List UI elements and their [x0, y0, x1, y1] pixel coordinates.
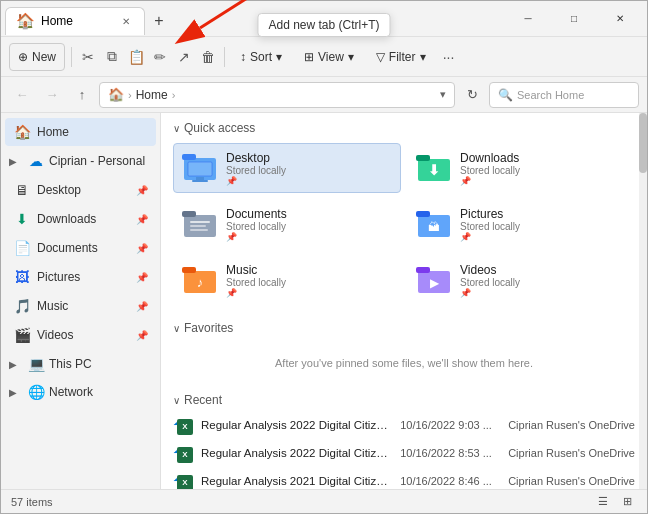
minimize-button[interactable]: ─	[505, 3, 551, 35]
add-tab-button[interactable]: +	[145, 7, 173, 35]
recent-item-0[interactable]: ☁ X Regular Analysis 2022 Digital Citize…	[161, 411, 647, 439]
title-bar: Add new tab (Ctrl+T) 🏠 Home ✕ + ─ □ ✕	[1, 1, 647, 37]
pictures-icon: 🖼	[13, 269, 31, 285]
search-placeholder: Search Home	[517, 89, 584, 101]
qa-videos-pin: 📌	[460, 288, 520, 298]
music-pin-icon: 📌	[136, 301, 148, 312]
plus-icon: +	[154, 12, 163, 30]
recent-header[interactable]: ∨ Recent	[161, 389, 647, 411]
recent-name-2: Regular Analysis 2021 Digital Citizen Li…	[201, 475, 392, 487]
home-tab[interactable]: 🏠 Home ✕	[5, 7, 145, 35]
qa-videos[interactable]: ▶ Videos Stored locally 📌	[407, 255, 635, 305]
up-button[interactable]: ↑	[69, 82, 95, 108]
sidebar-item-home[interactable]: 🏠 Home	[5, 118, 156, 146]
address-separator-2: ›	[172, 89, 176, 101]
share-button[interactable]: ↗	[174, 47, 194, 67]
sidebar-item-music[interactable]: 🎵 Music 📌	[5, 292, 156, 320]
scrollbar-track[interactable]	[639, 113, 647, 489]
new-label: New	[32, 50, 56, 64]
favorites-header[interactable]: ∨ Favorites	[161, 313, 647, 341]
scrollbar-thumb[interactable]	[639, 113, 647, 173]
list-view-button[interactable]: ☰	[593, 492, 613, 512]
qa-downloads-sub: Stored locally	[460, 165, 520, 176]
qa-downloads[interactable]: ⬇ Downloads Stored locally 📌	[407, 143, 635, 193]
sort-label: Sort	[250, 50, 272, 64]
qa-documents-name: Documents	[226, 207, 287, 221]
search-box[interactable]: 🔍 Search Home	[489, 82, 639, 108]
view-button[interactable]: ⊞ View ▾	[295, 43, 363, 71]
svg-rect-9	[416, 155, 430, 161]
qa-music-icon: ♪	[182, 262, 218, 298]
refresh-button[interactable]: ↻	[459, 82, 485, 108]
svg-text:♪: ♪	[197, 275, 204, 290]
recent-location-2: Ciprian Rusen's OneDrive	[508, 475, 635, 487]
favorites-empty-text: After you've pinned some files, we'll sh…	[173, 345, 635, 381]
window-controls: ─ □ ✕	[505, 3, 643, 35]
ciprian-cloud-icon: ☁	[27, 153, 45, 169]
recent-name-1: Regular Analysis 2022 Digital Citizen Li…	[201, 447, 392, 459]
home-tab-label: Home	[41, 14, 73, 28]
cut-button[interactable]: ✂	[78, 47, 98, 67]
sidebar-home-label: Home	[37, 125, 148, 139]
paste-button[interactable]: 📋	[126, 47, 146, 67]
more-button[interactable]: ···	[439, 47, 459, 67]
qa-downloads-pin: 📌	[460, 176, 520, 186]
qa-desktop[interactable]: Desktop Stored locally 📌	[173, 143, 401, 193]
view-chevron: ▾	[348, 50, 354, 64]
favorites-chevron: ∨	[173, 323, 180, 334]
quick-access-header[interactable]: ∨ Quick access	[161, 113, 647, 141]
svg-rect-6	[196, 177, 204, 180]
address-dropdown[interactable]: ▾	[440, 88, 446, 101]
copy-button[interactable]: ⧉	[102, 47, 122, 67]
recent-item-2[interactable]: ☁ X Regular Analysis 2021 Digital Citize…	[161, 467, 647, 489]
qa-desktop-icon	[182, 150, 218, 186]
recent-location-1: Ciprian Rusen's OneDrive	[508, 447, 635, 459]
back-button[interactable]: ←	[9, 82, 35, 108]
close-button[interactable]: ✕	[597, 3, 643, 35]
tab-close-button[interactable]: ✕	[118, 13, 134, 29]
qa-music-info: Music Stored locally 📌	[226, 263, 286, 298]
view-toggle: ☰ ⊞	[593, 492, 637, 512]
svg-rect-23	[416, 267, 430, 273]
qa-documents[interactable]: Documents Stored locally 📌	[173, 199, 401, 249]
main-area: 🏠 Home ▶ ☁ Ciprian - Personal 🖥 Desktop …	[1, 113, 647, 489]
svg-text:▶: ▶	[430, 276, 440, 290]
maximize-button[interactable]: □	[551, 3, 597, 35]
rename-button[interactable]: ✏	[150, 47, 170, 67]
address-bar[interactable]: 🏠 › Home › ▾	[99, 82, 455, 108]
sidebar-item-documents[interactable]: 📄 Documents 📌	[5, 234, 156, 262]
sidebar: 🏠 Home ▶ ☁ Ciprian - Personal 🖥 Desktop …	[1, 113, 161, 489]
qa-pictures[interactable]: 🏔 Pictures Stored locally 📌	[407, 199, 635, 249]
qa-pictures-info: Pictures Stored locally 📌	[460, 207, 520, 242]
status-bar: 57 items ☰ ⊞	[1, 489, 647, 513]
qa-music[interactable]: ♪ Music Stored locally 📌	[173, 255, 401, 305]
svg-rect-17	[416, 211, 430, 217]
sidebar-item-pictures[interactable]: 🖼 Pictures 📌	[5, 263, 156, 291]
new-button[interactable]: ⊕ New	[9, 43, 65, 71]
sidebar-group-network[interactable]: ▶ 🌐 Network	[1, 378, 160, 406]
recent-icon-1: ☁ X	[173, 443, 193, 463]
qa-videos-name: Videos	[460, 263, 520, 277]
sidebar-item-downloads[interactable]: ⬇ Downloads 📌	[5, 205, 156, 233]
sort-button[interactable]: ↕ Sort ▾	[231, 43, 291, 71]
videos-icon: 🎬	[13, 327, 31, 343]
thispc-arrow-icon: ▶	[9, 359, 23, 370]
recent-chevron: ∨	[173, 395, 180, 406]
documents-icon: 📄	[13, 240, 31, 256]
address-home-icon: 🏠	[108, 87, 124, 102]
ciprian-arrow-icon: ▶	[9, 156, 23, 167]
svg-rect-4	[188, 162, 212, 176]
qa-pictures-name: Pictures	[460, 207, 520, 221]
sidebar-item-desktop[interactable]: 🖥 Desktop 📌	[5, 176, 156, 204]
forward-button[interactable]: →	[39, 82, 65, 108]
sidebar-group-thispc[interactable]: ▶ 💻 This PC	[1, 350, 160, 378]
grid-view-button[interactable]: ⊞	[617, 492, 637, 512]
filter-button[interactable]: ▽ Filter ▾	[367, 43, 435, 71]
qa-music-pin: 📌	[226, 288, 286, 298]
delete-button[interactable]: 🗑	[198, 47, 218, 67]
sidebar-group-ciprian[interactable]: ▶ ☁ Ciprian - Personal	[1, 147, 160, 175]
downloads-icon: ⬇	[13, 211, 31, 227]
recent-item-1[interactable]: ☁ X Regular Analysis 2022 Digital Citize…	[161, 439, 647, 467]
plus-new-icon: ⊕	[18, 50, 28, 64]
sidebar-item-videos[interactable]: 🎬 Videos 📌	[5, 321, 156, 349]
